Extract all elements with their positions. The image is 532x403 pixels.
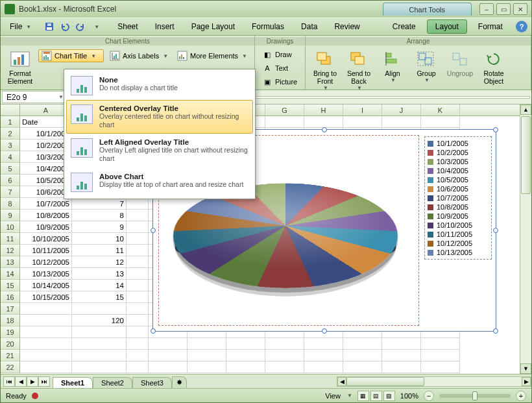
close-button[interactable]: ✕ [513,3,527,15]
group-button[interactable]: Group▼ [411,48,442,85]
cell[interactable]: 7 [72,198,127,210]
cell[interactable]: 120 [72,315,127,326]
rotate-button[interactable]: Rotate Object [478,48,509,87]
cell[interactable] [421,116,460,128]
bring-to-front-button[interactable]: Bring to Front▼ [309,48,341,93]
cell[interactable] [382,361,421,373]
cell[interactable] [382,350,421,361]
column-header[interactable]: J [382,104,421,116]
cell[interactable]: 11 [72,245,127,256]
cell[interactable] [187,338,226,350]
cell[interactable] [343,361,382,373]
row-header[interactable]: 7 [1,186,20,198]
dropdown-item[interactable]: Centered Overlay TitleOverlay centered t… [66,100,253,134]
row-header[interactable]: 14 [1,268,20,280]
cell[interactable] [382,338,421,350]
cell[interactable] [127,326,149,338]
cell[interactable] [226,350,265,361]
cell[interactable]: 15 [72,291,127,303]
legend-item[interactable]: 10/3/2005 [428,157,489,166]
file-menu[interactable]: File▼ [5,21,36,32]
redo-icon[interactable] [74,20,87,33]
cell[interactable] [127,303,149,315]
resize-handle[interactable] [151,328,156,334]
chart-title-dropdown-button[interactable]: Chart Title▼ [38,49,104,62]
cell[interactable]: 10/11/2005 [20,245,72,256]
minimize-button[interactable]: – [479,3,494,15]
sheet-tab-sheet2[interactable]: Sheet2 [93,377,132,388]
cell[interactable] [72,303,127,315]
cell[interactable] [187,350,226,361]
cell[interactable] [304,361,343,373]
format-element-button[interactable]: Format Element [5,48,36,87]
tab-nav-first[interactable]: ⏮ [3,376,15,387]
cell[interactable] [343,116,382,128]
tab-nav-next[interactable]: ▶ [27,376,38,387]
row-header[interactable]: 16 [1,291,20,303]
cell[interactable]: 8 [72,210,127,221]
horizontal-scrollbar[interactable]: ◀ ▶ [337,376,531,387]
cell[interactable] [72,338,127,350]
save-icon[interactable] [43,20,56,33]
cell[interactable] [127,198,149,210]
cell[interactable] [421,361,460,373]
cell[interactable] [20,303,72,315]
cell[interactable] [127,350,149,361]
legend-item[interactable]: 10/2/2005 [428,148,489,157]
dropdown-item[interactable]: Left Aligned Overlay TitleOverlay Left a… [66,134,253,167]
scroll-up-arrow[interactable]: ▲ [520,104,531,115]
cell[interactable] [226,361,265,373]
legend-item[interactable]: 10/9/2005 [428,212,489,221]
cell[interactable] [304,350,343,361]
cell[interactable]: 10/14/2005 [20,280,72,291]
zoom-in-button[interactable]: + [516,391,526,401]
legend-item[interactable]: 10/4/2005 [428,166,489,175]
chart-legend[interactable]: 10/1/200510/2/200510/3/200510/4/200510/5… [424,136,492,260]
resize-handle[interactable] [493,328,498,334]
resize-handle[interactable] [493,127,498,132]
row-header[interactable]: 8 [1,198,20,210]
cell[interactable] [20,361,72,373]
cell[interactable] [127,338,149,350]
cell[interactable] [304,338,343,350]
cell[interactable]: 10/15/2005 [20,291,72,303]
resize-handle[interactable] [493,228,498,233]
legend-item[interactable]: 10/12/2005 [428,239,489,248]
resize-handle[interactable] [322,328,327,334]
column-header[interactable]: K [421,104,460,116]
menu-format[interactable]: Format [470,19,511,34]
cell[interactable] [343,350,382,361]
resize-handle[interactable] [151,228,156,233]
row-header[interactable]: 20 [1,338,20,350]
picture-button[interactable]: ▣Picture [259,75,300,88]
cell[interactable] [149,350,187,361]
draw-button[interactable]: ◧Draw [259,48,300,61]
undo-icon[interactable] [58,20,71,33]
cell[interactable]: 10 [72,233,127,245]
cell[interactable] [265,350,304,361]
cell[interactable]: 14 [72,280,127,291]
row-header[interactable]: 15 [1,280,20,291]
cell[interactable] [343,338,382,350]
scroll-left-arrow[interactable]: ◀ [337,377,346,386]
cell[interactable] [265,116,304,128]
scroll-thumb[interactable] [346,377,424,386]
normal-view-button[interactable]: ▦ [357,391,369,401]
axis-labels-dropdown-button[interactable]: Axis Labels▼ [106,49,171,62]
legend-item[interactable]: 10/5/2005 [428,175,489,184]
row-header[interactable]: 12 [1,245,20,256]
zoom-slider-thumb[interactable] [472,391,478,400]
name-box[interactable]: E2o 9▼ [2,91,68,103]
cell[interactable] [127,268,149,280]
cell[interactable] [127,245,149,256]
row-header[interactable]: 4 [1,151,20,163]
cell[interactable] [304,116,343,128]
legend-item[interactable]: 10/7/2005 [428,193,489,202]
legend-item[interactable]: 10/10/2005 [428,221,489,230]
scroll-down-arrow[interactable]: ▼ [520,363,531,374]
sheet-tab-sheet3[interactable]: Sheet3 [132,377,172,388]
scroll-right-arrow[interactable]: ▶ [522,377,531,386]
send-to-back-button[interactable]: Send to Back▼ [343,48,374,93]
row-header[interactable]: 1 [1,116,20,128]
menu-data[interactable]: Data [293,19,326,34]
